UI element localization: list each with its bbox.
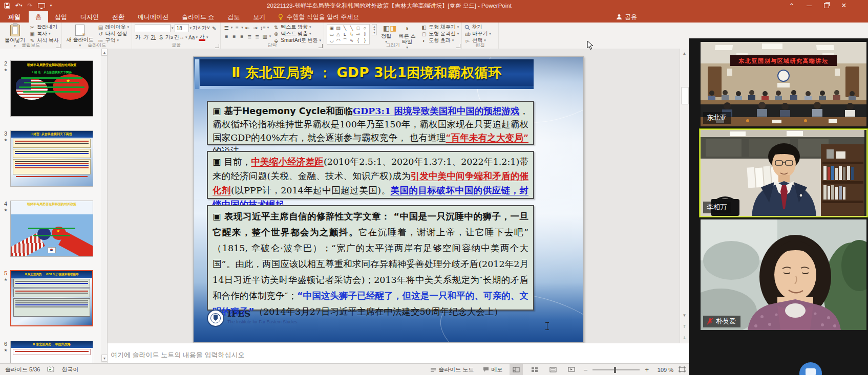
slide-text-box-1[interactable]: ▣ 基于Hegemony Cycle和面临GDP3:1 困境导致美国和中国的预想… [207, 101, 534, 145]
slide-text-box-2[interactable]: ▣ 目前，中美缩小经济差距(2010年2.5:1、2020年1.37:1、202… [207, 151, 534, 199]
find-button[interactable]: 찾기 [464, 24, 491, 30]
share-button[interactable]: 공유 [616, 11, 637, 23]
meeting-app-bubble[interactable] [799, 362, 822, 375]
video-tile-classroom[interactable]: 东北亚国别与区域研究高端讲坛 [701, 42, 866, 126]
zoom-slider[interactable] [592, 369, 640, 370]
tab-animations[interactable]: 애니메이션 [131, 11, 175, 23]
shapes-gallery[interactable]: ▣▤╲╲□○ ▭△L↳⇨⇩ ◡◠⌒∿{} [327, 24, 370, 45]
align-right-button[interactable]: ≡ [239, 33, 245, 40]
reading-view-button[interactable] [546, 364, 560, 375]
video-tile-listener[interactable]: 朴英爱 [701, 219, 866, 330]
shapes-gallery-scroll[interactable]: ▲▼▼ [372, 24, 377, 35]
restore-icon[interactable] [818, 0, 835, 11]
thumb-scroll-down-icon[interactable]: ▼ [101, 355, 108, 362]
italic-button[interactable]: 가 [142, 34, 149, 41]
font-color-button[interactable]: 가 [199, 34, 205, 41]
shape-fill-button[interactable]: ◧도형 채우기▾ [421, 24, 459, 30]
ribbon-display-options-icon[interactable]: ⌃ [783, 0, 800, 11]
decrease-indent-button[interactable]: ⇤ [244, 24, 251, 31]
tab-insert[interactable]: 삽입 [48, 11, 74, 23]
zoom-out-button[interactable]: − [583, 366, 587, 374]
slide-canvas[interactable]: Ⅱ 东北亚局势 ： GDP 3比1困境和霸权循环 ▣ 基于Hegemony Cy… [193, 56, 584, 343]
font-dialog-launcher[interactable] [215, 44, 219, 48]
memo-button[interactable]: 메모 [481, 364, 504, 375]
slide-title-banner[interactable]: Ⅱ 东北亚局势 ： GDP 3比1困境和霸权循环 [200, 59, 534, 86]
thumbnail-slide-4[interactable]: 4 ★ 朝鲜半岛局势变化和韩国的对外政策 [10, 201, 93, 257]
new-slide-icon [75, 25, 84, 36]
replace-button[interactable]: ab바꾸기▾ [464, 31, 491, 37]
change-case-button[interactable]: Aa [188, 34, 195, 41]
language-indicator[interactable]: 한국어 [61, 366, 78, 373]
zoom-level[interactable]: 109 % [654, 367, 673, 373]
distribute-button[interactable]: ≣ [254, 33, 261, 40]
redo-icon[interactable]: ↷ [28, 0, 33, 11]
fit-to-window-button[interactable] [679, 366, 686, 373]
tab-transitions[interactable]: 전환 [105, 11, 131, 23]
slideshow-view-button[interactable] [565, 364, 578, 375]
thumbnail-slide-3[interactable]: 3 ★ Ⅰ 绪言: 从合纵连横到天下两份 [10, 130, 93, 187]
increase-indent-button[interactable]: ⇥ [252, 24, 259, 31]
cut-button[interactable]: ✂잘라내기 [29, 24, 59, 30]
bullets-button[interactable]: ☰ [223, 24, 230, 31]
underline-button[interactable]: 가 [150, 34, 157, 41]
thumb-scroll-up-icon[interactable]: ▲ [101, 49, 108, 56]
close-icon[interactable]: × [835, 0, 853, 11]
align-left-button[interactable]: ≡ [223, 33, 230, 40]
tab-view[interactable]: 보기 [246, 11, 272, 23]
slide-text-box-3[interactable]: ▣ 表现习近平主席自信的修辞性文字文章： “中国是一只沉睡中的狮子，一旦它醒来，… [207, 205, 534, 311]
layout-button[interactable]: ▤레이아웃▾ [98, 24, 130, 30]
clear-format-icon[interactable]: ✎ [211, 25, 218, 32]
font-name-input[interactable] [135, 24, 171, 32]
paragraph-dialog-launcher[interactable] [319, 44, 323, 48]
scroll-up-icon[interactable]: ▲ [680, 50, 689, 57]
customize-qat-icon[interactable]: ▾ [50, 0, 52, 11]
slide-area-scrollbar[interactable]: ▲ ▼ ⇑ ⇓ [680, 49, 689, 343]
char-spacing-button[interactable]: 간↔ [174, 34, 184, 41]
scrollbar-thumb[interactable] [681, 87, 689, 104]
save-icon[interactable] [4, 0, 10, 11]
minimize-icon[interactable] [800, 0, 818, 11]
font-size-input[interactable]: 18 [175, 24, 189, 32]
grow-font-icon[interactable]: 가˄ [193, 25, 201, 32]
shrink-font-icon[interactable]: 가˅ [202, 25, 210, 32]
thumbnail-slide-2[interactable]: 2 ★ 朝鲜半岛局势变化和韩国的对外政策 Ⅰ. 绪 论：从合纵连横到天下两份 [10, 60, 93, 117]
thumbnail-slide-5-selected[interactable]: 5 ★ Ⅱ 东北亚局势 ： GDP 3比1困境和霸权循环 [10, 270, 93, 326]
align-center-button[interactable]: ≡ [231, 33, 238, 40]
bold-button[interactable]: 가 [135, 34, 141, 41]
reset-button[interactable]: ↺다시 설정 [98, 31, 130, 37]
tab-slideshow[interactable]: 슬라이드 쇼 [175, 11, 221, 23]
justify-button[interactable]: ≣ [246, 33, 253, 40]
thumbnail-scrollbar[interactable]: ▲ ▼ [101, 49, 108, 363]
shape-outline-button[interactable]: ▢도형 윤곽선▾ [421, 31, 459, 37]
zoom-slider-thumb[interactable] [614, 367, 616, 373]
previous-slide-icon[interactable]: ⇑ [680, 323, 689, 330]
zoom-in-button[interactable]: + [645, 366, 649, 373]
tell-me-box[interactable]: 수행할 작업을 알려 주세요 [272, 11, 365, 23]
undo-icon[interactable]: ↶▾ [15, 0, 23, 11]
thumbnail-slide-6[interactable]: 6 ★ Ⅱ 东北亚局势 ：中国大战略 [10, 341, 93, 363]
tab-design[interactable]: 디자인 [74, 11, 105, 23]
slide-sorter-view-button[interactable] [528, 364, 541, 375]
notes-pane[interactable]: 여기에 슬라이드 노트의 내용을 입력하십시오 [108, 343, 689, 364]
strikethrough-button[interactable]: S [158, 34, 164, 41]
spellcheck-icon[interactable] [47, 366, 54, 373]
start-slideshow-icon[interactable] [38, 0, 45, 11]
line-spacing-button[interactable]: ↕≡ [260, 24, 266, 31]
tab-review[interactable]: 검토 [221, 11, 246, 23]
text-direction-button[interactable]: ⇅텍스트 방향▾ [273, 24, 321, 30]
drawing-dialog-launcher[interactable] [456, 44, 460, 48]
mic-muted-icon [707, 318, 713, 325]
clipboard-dialog-launcher[interactable] [56, 44, 60, 48]
notes-toggle-button[interactable]: 슬라이드 노트 [428, 364, 476, 375]
text-shadow-button[interactable]: 가s [165, 34, 173, 41]
numbering-button[interactable]: ≡ [234, 24, 240, 31]
video-tile-active-speaker[interactable]: 李相万 [700, 129, 867, 217]
next-slide-icon[interactable]: ⇓ [680, 334, 689, 342]
tab-file[interactable]: 파일 [0, 11, 29, 23]
tab-home[interactable]: 홈 [29, 11, 48, 23]
columns-button[interactable]: ▥ [262, 33, 268, 40]
copy-button[interactable]: ▣복사▾ [29, 31, 59, 37]
scroll-down-icon[interactable]: ▼ [680, 312, 689, 319]
align-text-button[interactable]: ⊜텍스트 맞춤▾ [273, 31, 321, 37]
normal-view-button[interactable] [510, 364, 523, 375]
